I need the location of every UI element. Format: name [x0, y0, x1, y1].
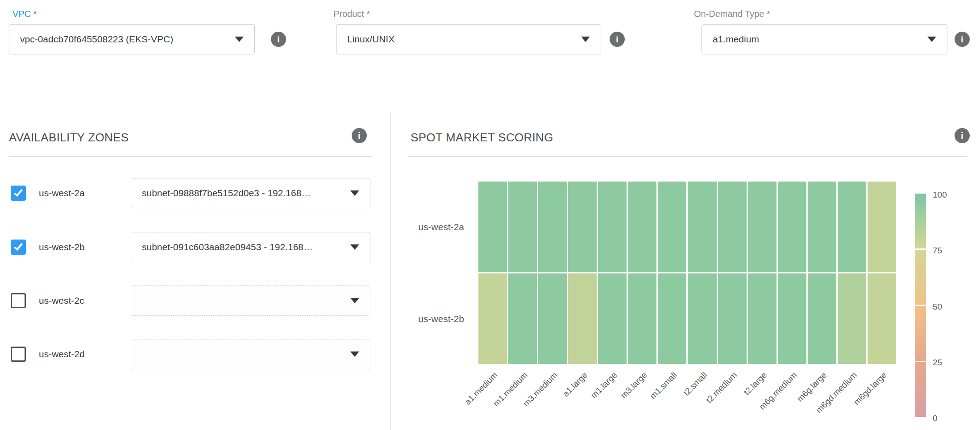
zone-checkbox[interactable] [11, 347, 26, 362]
colorbar-tick-label: 75 [933, 246, 942, 256]
heatmap-cell [718, 273, 747, 364]
product-select[interactable]: Linux/UNIX [336, 24, 601, 54]
colorbar-tick-label: 25 [933, 358, 942, 368]
heatmap-cell [808, 182, 836, 272]
heatmap-cell [718, 182, 747, 272]
heatmap-cell [838, 182, 866, 272]
heatmap-cell [568, 273, 597, 364]
colorbar-tick-label: 50 [933, 302, 942, 312]
vpc-info-icon[interactable]: i [271, 32, 286, 47]
zone-row: us-west-2c [0, 285, 390, 316]
heatmap-col-label: m1.large [589, 370, 619, 401]
heatmap-cell [628, 182, 656, 272]
subnet-select[interactable] [131, 285, 370, 316]
heatmap-cell [568, 182, 597, 272]
subnet-select[interactable]: subnet-091c603aa82e09453 - 192.168… [131, 232, 370, 262]
zone-label: us-west-2b [39, 232, 85, 262]
on-demand-type-field-label: On-Demand Type * [694, 9, 770, 19]
product-select-value: Linux/UNIX [347, 34, 394, 45]
colorbar-tick-label: 100 [933, 190, 947, 200]
heatmap-cell [478, 182, 507, 272]
zone-row: us-west-2a subnet-09888f7be5152d0e3 - 19… [0, 178, 390, 208]
product-required-asterisk: * [364, 9, 370, 19]
zone-checkbox[interactable] [11, 186, 26, 201]
zone-checkbox[interactable] [11, 293, 26, 308]
zone-label: us-west-2c [39, 285, 84, 316]
checkmark-icon [14, 241, 23, 251]
heatmap-cell [868, 273, 896, 364]
heatmap-cell [868, 182, 896, 272]
heatmap-col-label: t2.small [681, 370, 709, 398]
product-info-icon[interactable]: i [610, 32, 625, 47]
colorbar-ticks: 1007550250 [933, 194, 964, 428]
info-glyph: i [616, 34, 619, 45]
dropdown-caret-icon [235, 37, 244, 42]
vpc-field-label: VPC * [12, 9, 37, 19]
vpc-label-text: VPC [12, 9, 31, 19]
heatmap-cell [508, 273, 537, 364]
heatmap-col-label: t2.large [742, 370, 769, 397]
subnet-select[interactable] [131, 339, 370, 369]
heatmap-row-labels: us-west-2aus-west-2b [379, 182, 464, 364]
heatmap-row-label: us-west-2a [418, 221, 464, 233]
heatmap-cell [688, 273, 716, 364]
heatmap-cell [598, 182, 627, 272]
product-field-label: Product * [333, 9, 370, 19]
heatmap-cell [658, 182, 686, 272]
subnet-select-value: subnet-09888f7be5152d0e3 - 192.168… [142, 188, 311, 198]
on-demand-type-select[interactable]: a1.medium [702, 24, 947, 54]
availability-zones-title: AVAILABILITY ZONES [9, 131, 129, 145]
dropdown-caret-icon [350, 244, 359, 250]
on-demand-type-required-asterisk: * [764, 9, 770, 19]
info-glyph: i [277, 34, 280, 45]
spot-market-info-icon[interactable]: i [955, 128, 970, 143]
dropdown-caret-icon [350, 298, 359, 303]
section-divider [9, 156, 372, 157]
heatmap-col-label: m3.large [619, 370, 649, 401]
on-demand-type-select-value: a1.medium [713, 34, 759, 45]
zone-checkbox[interactable] [11, 240, 26, 255]
dropdown-caret-icon [581, 37, 590, 42]
subnet-select[interactable]: subnet-09888f7be5152d0e3 - 192.168… [131, 178, 370, 208]
colorbar-tick-label: 0 [933, 413, 938, 423]
heatmap-col-label: t2.medium [704, 370, 739, 405]
heatmap-cell [838, 273, 866, 364]
on-demand-type-label-text: On-Demand Type [694, 9, 764, 19]
heatmap-cell [808, 273, 836, 364]
colorbar [915, 194, 926, 417]
dropdown-caret-icon [350, 190, 359, 196]
dropdown-caret-icon [350, 351, 359, 357]
heatmap-col-label: a1.large [561, 370, 590, 399]
heatmap-cell [628, 273, 656, 364]
vpc-select[interactable]: vpc-0adcb70f645508223 (EKS-VPC) [9, 24, 255, 54]
subnet-select-value: subnet-091c603aa82e09453 - 192.168… [142, 242, 313, 252]
dropdown-caret-icon [927, 37, 936, 42]
zone-label: us-west-2a [39, 178, 85, 208]
heatmap-row-label: us-west-2b [418, 313, 464, 325]
heatmap-cell [538, 273, 567, 364]
info-glyph: i [961, 130, 963, 141]
on-demand-type-info-icon[interactable]: i [955, 32, 970, 47]
heatmap-cell [508, 182, 537, 272]
heatmap-cell [778, 182, 806, 272]
heatmap-cell [598, 273, 627, 364]
spot-market-config-page: VPC * vpc-0adcb70f645508223 (EKS-VPC) i … [0, 0, 980, 430]
heatmap-cell [748, 182, 777, 272]
info-glyph: i [961, 34, 963, 45]
section-divider [408, 156, 967, 157]
heatmap-col-label: m1.small [648, 370, 679, 401]
zone-row: us-west-2b subnet-091c603aa82e09453 - 19… [0, 232, 390, 262]
heatmap-cell [538, 182, 567, 272]
info-glyph: i [358, 130, 361, 141]
heatmap-cell [748, 273, 777, 364]
colorbar-segment [915, 362, 926, 417]
vpc-select-value: vpc-0adcb70f645508223 (EKS-VPC) [20, 34, 173, 45]
heatmap-col-labels: a1.mediumm1.mediumm3.mediuma1.largem1.la… [478, 365, 896, 430]
colorbar-segment [915, 194, 926, 248]
product-label-text: Product [333, 9, 364, 19]
heatmap-cell [478, 273, 507, 364]
colorbar-segment [915, 306, 926, 361]
heatmap-cell [778, 273, 806, 364]
vpc-required-asterisk: * [31, 9, 37, 19]
availability-zones-info-icon[interactable]: i [352, 128, 367, 143]
